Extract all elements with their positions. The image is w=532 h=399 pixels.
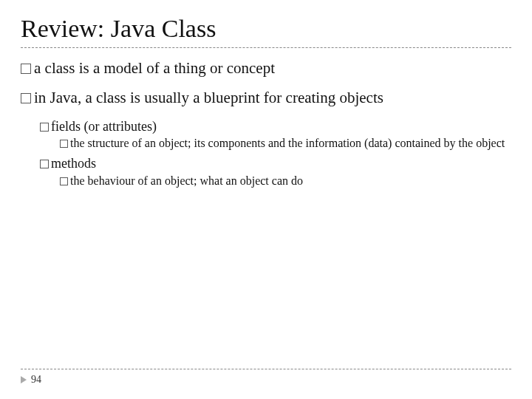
slide-body: a class is a model of a thing or concept… <box>21 58 511 188</box>
square-bullet-icon <box>60 177 68 185</box>
square-bullet-icon <box>60 140 68 148</box>
slide-title: Review: Java Class <box>21 15 511 43</box>
page-number: 94 <box>31 374 41 386</box>
bullet-text: fields (or attributes) <box>51 119 157 134</box>
bullet-text: the behaviour of an object; what an obje… <box>70 174 303 187</box>
bullet-lvl2: methods <box>52 155 511 172</box>
bullet-text: a class is a model of a thing or concept <box>34 59 275 77</box>
bullet-lvl3: the structure of an object; its componen… <box>71 136 511 151</box>
square-bullet-icon <box>21 93 31 103</box>
bullet-lvl2: fields (or attributes) <box>52 118 511 135</box>
bullet-lvl1: in Java, a class is usually a blueprint … <box>34 88 511 107</box>
bullet-lvl1: a class is a model of a thing or concept <box>34 58 511 78</box>
footer-row: 94 <box>21 374 511 386</box>
bullet-text: methods <box>51 156 96 171</box>
bullet-text: in Java, a class is usually a blueprint … <box>34 89 383 106</box>
title-divider <box>21 47 511 48</box>
slide-footer: 94 <box>21 369 511 386</box>
footer-divider <box>21 369 511 369</box>
bullet-lvl3: the behaviour of an object; what an obje… <box>71 174 511 188</box>
arrow-right-icon <box>21 376 27 383</box>
square-bullet-icon <box>21 64 31 74</box>
square-bullet-icon <box>40 123 49 132</box>
square-bullet-icon <box>40 160 49 168</box>
bullet-text: the structure of an object; its componen… <box>70 137 505 149</box>
slide: Review: Java Class a class is a model of… <box>0 0 532 399</box>
